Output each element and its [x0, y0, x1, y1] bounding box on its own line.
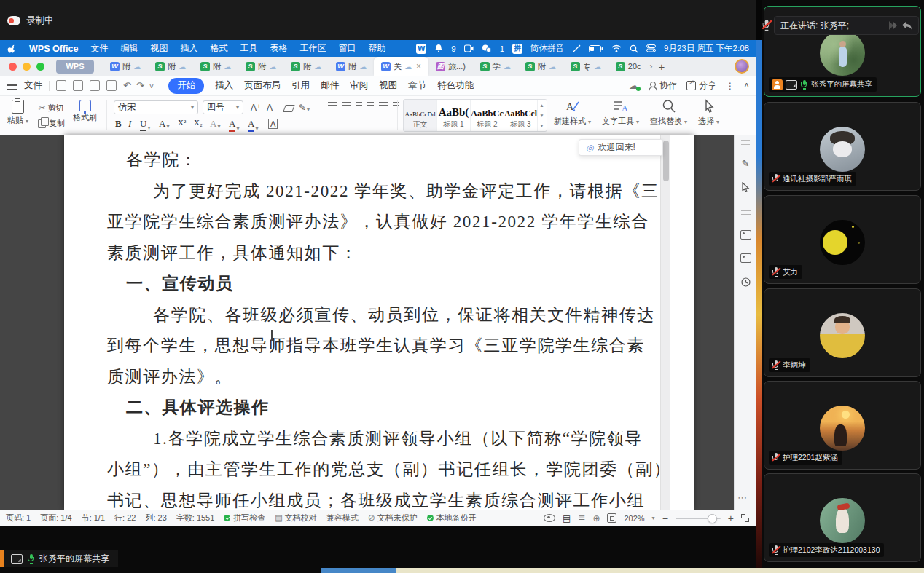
menu-window[interactable]: 窗口: [338, 42, 356, 55]
document-tab[interactable]: W附: [329, 57, 374, 76]
document-tab[interactable]: S附: [193, 57, 238, 76]
sort-icon[interactable]: [379, 102, 388, 110]
ribbon-tab-references[interactable]: 引用: [291, 79, 310, 92]
font-color-button[interactable]: A▾: [248, 118, 258, 132]
edit-pen-icon[interactable]: [742, 159, 750, 168]
select-button[interactable]: 选择 ▾: [698, 99, 719, 127]
screen-share-banner[interactable]: 张秀平的屏幕共享: [0, 550, 118, 567]
format-painter-button[interactable]: 格式刷: [73, 100, 97, 123]
ribbon-tab-special-features[interactable]: 特色功能: [437, 79, 474, 92]
character-border-button[interactable]: A: [268, 119, 278, 129]
document-tab[interactable]: S附: [238, 57, 283, 76]
document-page[interactable]: 各学院： 为了更好完成 2021-2022 学年奖、助学金评定工作，请根据《三 …: [64, 135, 694, 510]
spotlight-search-icon[interactable]: [630, 44, 638, 53]
document-tab[interactable]: W附: [103, 57, 148, 76]
quickbar-dropdown-icon[interactable]: [149, 80, 154, 91]
superscript-button[interactable]: X²: [178, 118, 186, 127]
document-tab[interactable]: S附: [148, 57, 193, 76]
print-preview-icon[interactable]: [106, 80, 117, 91]
vertical-scrollbar[interactable]: [660, 135, 670, 510]
align-left-icon[interactable]: [328, 119, 337, 127]
undo-icon[interactable]: [123, 80, 131, 91]
underline-button[interactable]: U▾: [140, 118, 150, 131]
new-tab-button[interactable]: +: [659, 60, 665, 73]
document-tab[interactable]: S附: [518, 57, 563, 76]
print-icon[interactable]: [90, 80, 100, 91]
status-word-count[interactable]: 字数: 1551: [176, 513, 215, 523]
side-toolbar-more-icon[interactable]: [737, 492, 747, 503]
font-size-select[interactable]: 四号▾: [203, 100, 243, 114]
collaborate-button[interactable]: 协作: [648, 79, 677, 92]
text-tool-button[interactable]: A 文字工具 ▾: [602, 99, 639, 127]
web-view-icon[interactable]: ⊕: [592, 513, 600, 523]
window-zoom-button[interactable]: [36, 63, 44, 71]
page-view-icon[interactable]: ▤: [563, 513, 571, 523]
distribute-icon[interactable]: [383, 119, 392, 127]
style-gallery-scroll[interactable]: ▲▼▾: [538, 100, 546, 131]
highlight-color-button[interactable]: A▾: [229, 118, 239, 132]
ribbon-tab-review[interactable]: 审阅: [350, 79, 368, 92]
menu-view[interactable]: 视图: [150, 42, 168, 55]
local-backup-status[interactable]: 本地备份开: [427, 513, 477, 523]
compatibility-mode-status[interactable]: 兼容模式: [326, 513, 359, 523]
bullet-list-icon[interactable]: [328, 102, 337, 110]
menu-tools[interactable]: 工具: [240, 42, 257, 55]
ribbon-tab-mailings[interactable]: 邮件: [321, 79, 339, 92]
align-center-icon[interactable]: [342, 119, 351, 127]
numbered-list-icon[interactable]: [342, 102, 351, 110]
outline-view-icon[interactable]: ≣: [578, 513, 585, 523]
justify-icon[interactable]: [369, 119, 378, 127]
ime-icon[interactable]: 拼: [512, 44, 522, 54]
menu-help[interactable]: 帮助: [368, 42, 385, 55]
ribbon-tab-home[interactable]: 开始: [168, 78, 204, 94]
participant-tile[interactable]: 通讯社摄影部严雨琪: [764, 102, 921, 191]
document-tab[interactable]: S专: [563, 57, 608, 76]
scrollbar-thumb[interactable]: [663, 141, 669, 181]
wps-home-button[interactable]: WPS: [56, 60, 94, 74]
notification-bell-icon[interactable]: [434, 44, 443, 53]
toolbar-handle-icon[interactable]: [741, 140, 750, 145]
menubar-datetime[interactable]: 9月23日 周五 下午2:08: [664, 43, 749, 54]
zoom-out-button[interactable]: −: [662, 513, 668, 524]
subscript-button[interactable]: X₂: [194, 118, 203, 127]
menu-table[interactable]: 表格: [270, 42, 287, 55]
style-heading1[interactable]: AaBb( 标题 1: [437, 100, 471, 131]
window-close-button[interactable]: [9, 63, 17, 71]
forward-ribbon-icon[interactable]: [886, 20, 899, 31]
zoom-slider[interactable]: [676, 518, 721, 519]
cloud-saved-icon[interactable]: ☁: [629, 80, 638, 91]
meeting-app-icon[interactable]: [464, 44, 474, 52]
document-tab[interactable]: S20c: [608, 57, 649, 76]
ribbon-tab-view[interactable]: 视图: [379, 79, 397, 92]
panel-mic-muted-icon[interactable]: [761, 20, 771, 31]
tab-close-icon[interactable]: ×: [416, 61, 421, 71]
save-icon[interactable]: [73, 80, 83, 91]
decrease-indent-icon[interactable]: [356, 102, 362, 110]
menubar-app-name[interactable]: WPS Office: [29, 44, 78, 54]
show-marks-icon[interactable]: [393, 102, 399, 110]
document-protection-status[interactable]: 文档未保护: [368, 513, 418, 523]
zoom-level[interactable]: 202%: [624, 514, 644, 523]
bold-button[interactable]: B: [115, 118, 122, 130]
new-document-icon[interactable]: [56, 80, 66, 91]
wps-menubar-icon[interactable]: W: [416, 44, 426, 54]
participant-tile[interactable]: 护理2201赵紫涵: [764, 381, 921, 470]
zoom-in-button[interactable]: +: [728, 513, 734, 524]
menu-insert[interactable]: 插入: [180, 42, 197, 55]
zoom-dropdown-icon[interactable]: ▾: [652, 515, 655, 521]
tab-overflow-chevron-icon[interactable]: ›: [650, 61, 653, 71]
shrink-font-button[interactable]: A⁻: [267, 103, 277, 113]
ribbon-tab-section[interactable]: 章节: [408, 79, 426, 92]
style-heading3[interactable]: AaBbCcl 标题 3: [504, 100, 538, 131]
wand-icon[interactable]: [572, 44, 581, 53]
wechat-icon[interactable]: [482, 44, 492, 53]
reply-arrow-icon[interactable]: [901, 20, 912, 31]
participant-tile[interactable]: 护理2102李政达2112003130: [764, 473, 921, 562]
menu-workspace[interactable]: 工作区: [299, 42, 326, 55]
copy-button[interactable]: 复制: [38, 118, 65, 129]
file-menu-button[interactable]: 文件: [24, 79, 42, 92]
share-button[interactable]: 分享: [686, 79, 716, 92]
hamburger-menu-icon[interactable]: [7, 82, 17, 90]
ribbon-tab-insert[interactable]: 插入: [215, 79, 233, 92]
italic-button[interactable]: I: [128, 118, 131, 130]
